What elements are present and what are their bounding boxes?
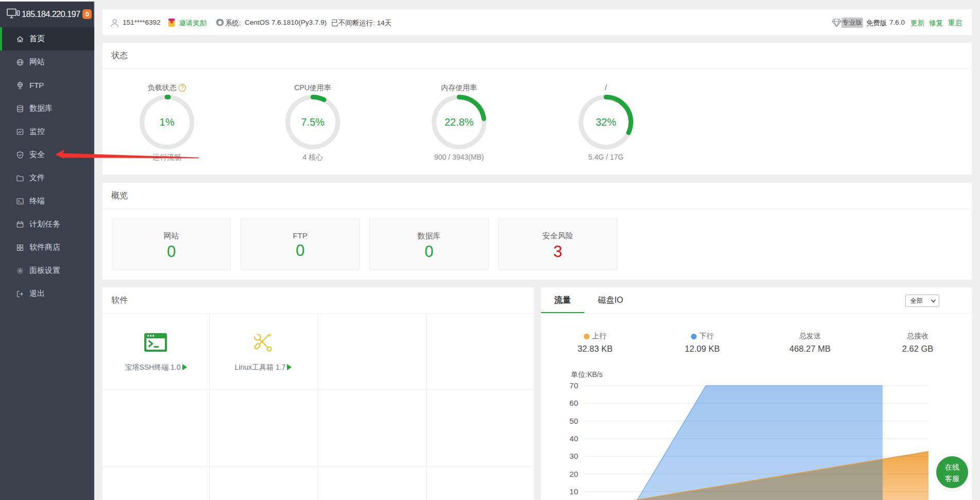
svg-text:70: 70: [569, 381, 578, 390]
svg-text:10: 10: [569, 487, 578, 496]
svg-text:50: 50: [569, 417, 578, 425]
svg-text:20: 20: [569, 470, 578, 478]
svg-text:30: 30: [569, 452, 578, 460]
svg-text:60: 60: [569, 399, 578, 407]
svg-text:?: ?: [181, 85, 184, 91]
svg-text:单位:KB/s: 单位:KB/s: [571, 370, 602, 378]
svg-text:40: 40: [569, 434, 578, 443]
